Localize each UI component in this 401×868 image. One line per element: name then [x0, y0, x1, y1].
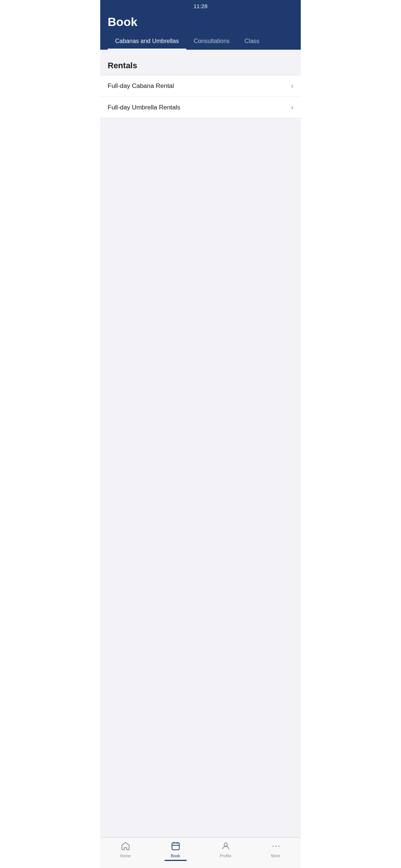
status-time: 11:28	[193, 3, 208, 9]
nav-item-more[interactable]: More	[251, 841, 301, 858]
tab-class[interactable]: Class	[237, 33, 267, 50]
nav-label-profile: Profile	[220, 854, 231, 858]
nav-label-book: Book	[171, 854, 180, 858]
rental-item-umbrella: Full-day Umbrella Rentals	[108, 104, 180, 111]
status-bar: 11:28	[100, 0, 301, 11]
profile-icon	[221, 841, 231, 852]
nav-item-home[interactable]: Home	[100, 841, 150, 858]
tab-cabanas[interactable]: Cabanas and Umbrellas	[108, 33, 186, 50]
nav-item-profile[interactable]: Profile	[200, 841, 251, 858]
main-content: Rentals Full-day Cabana Rental › Full-da…	[100, 50, 301, 844]
page-title: Book	[108, 15, 293, 33]
tab-bar: Cabanas and Umbrellas Consultations Clas…	[108, 33, 293, 50]
chevron-right-icon: ›	[291, 82, 293, 90]
active-indicator	[166, 860, 185, 861]
nav-label-more: More	[271, 854, 280, 858]
svg-point-4	[224, 843, 227, 846]
rentals-list: Full-day Cabana Rental › Full-day Umbrel…	[100, 75, 301, 118]
list-item[interactable]: Full-day Cabana Rental ›	[100, 75, 301, 97]
list-item[interactable]: Full-day Umbrella Rentals ›	[100, 97, 301, 118]
chevron-right-icon: ›	[291, 103, 293, 111]
more-icon	[271, 841, 281, 852]
home-icon	[121, 841, 130, 852]
svg-point-6	[275, 845, 276, 846]
bottom-nav: Home Book Profile	[100, 837, 301, 868]
nav-label-home: Home	[120, 854, 131, 858]
rental-item-cabana: Full-day Cabana Rental	[108, 82, 174, 90]
section-title: Rentals	[100, 57, 301, 75]
tab-consultations[interactable]: Consultations	[186, 33, 237, 50]
svg-point-5	[272, 845, 273, 846]
header: Book Cabanas and Umbrellas Consultations…	[100, 11, 301, 50]
book-icon	[171, 841, 180, 852]
svg-rect-0	[172, 843, 179, 849]
svg-point-7	[278, 845, 279, 846]
nav-item-book[interactable]: Book	[150, 841, 200, 861]
